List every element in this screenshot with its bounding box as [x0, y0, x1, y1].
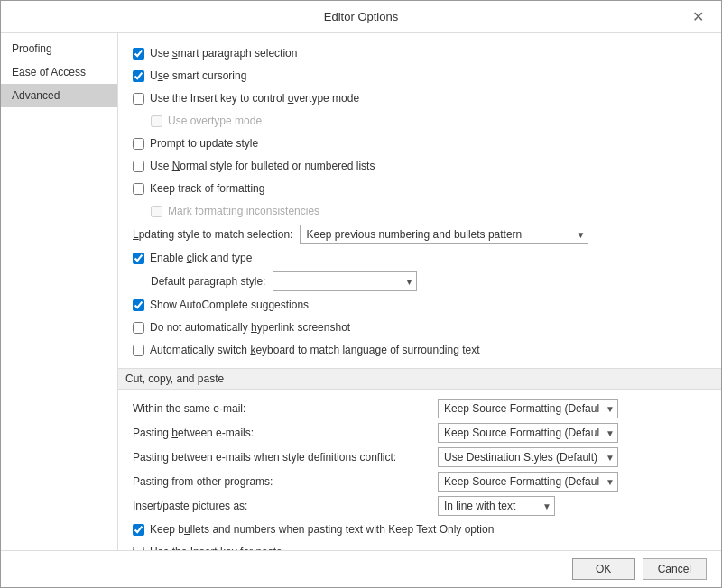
option-auto-keyboard: Automatically switch keyboard to match l…	[133, 341, 707, 359]
paste-same-email-row: Within the same e-mail: Keep Source Form…	[133, 399, 707, 418]
sidebar-item-advanced[interactable]: Advanced	[1, 84, 117, 107]
option-track-format: Keep track of formatting	[133, 179, 707, 198]
default-para-row: Default paragraph style: ▼	[133, 271, 707, 291]
checkbox-autocomplete[interactable]	[133, 299, 144, 311]
default-para-select-wrapper: ▼	[273, 271, 417, 291]
checkbox-no-hyperlink[interactable]	[133, 322, 144, 334]
dialog-title: Editor Options	[33, 10, 689, 23]
sidebar-item-proofing[interactable]: Proofing	[1, 37, 117, 60]
option-autocomplete: Show AutoComplete suggestions	[133, 296, 707, 314]
style-conflict-select[interactable]: Use Destination Styles (Default) Keep So…	[438, 447, 618, 467]
other-programs-select-wrapper: Keep Source Formatting (Default) Match D…	[438, 472, 618, 492]
pictures-label: Insert/paste pictures as:	[133, 500, 430, 512]
default-para-label: Default paragraph style:	[151, 275, 265, 288]
dialog-footer: OK Cancel	[1, 550, 721, 587]
between-emails-select-wrapper: Keep Source Formatting (Default) Match D…	[438, 423, 618, 443]
paste-pictures-row: Insert/paste pictures as: In line with t…	[133, 496, 707, 516]
option-normal-style: Use Normal style for bulleted or numbere…	[133, 157, 707, 175]
checkbox-auto-keyboard[interactable]	[133, 345, 144, 356]
option-enable-click: Enable click and type	[133, 249, 707, 267]
checkbox-prompt-style[interactable]	[133, 138, 144, 150]
cancel-button[interactable]: Cancel	[643, 558, 707, 580]
checkbox-smart-cursor[interactable]	[133, 70, 144, 82]
style-conflict-label: Pasting between e-mails when style defin…	[133, 451, 430, 464]
scrollable-content: Use smart paragraph selection Use smart …	[118, 33, 721, 550]
paste-other-programs-row: Pasting from other programs: Keep Source…	[133, 472, 707, 492]
option-mark-inconsist: Mark formatting inconsistencies	[133, 202, 707, 220]
option-overtype: Use overtype mode	[133, 112, 707, 130]
between-emails-select[interactable]: Keep Source Formatting (Default) Match D…	[438, 423, 618, 443]
other-programs-label: Pasting from other programs:	[133, 475, 430, 488]
checkbox-enable-click[interactable]	[133, 253, 144, 264]
title-bar: Editor Options ✕	[1, 1, 721, 33]
dialog-body: Proofing Ease of Access Advanced Use sma…	[1, 33, 721, 550]
paste-style-conflict-row: Pasting between e-mails when style defin…	[133, 447, 707, 467]
paste-between-emails-row: Pasting between e-mails: Keep Source For…	[133, 423, 707, 443]
close-button[interactable]: ✕	[689, 8, 707, 26]
same-email-select-wrapper: Keep Source Formatting (Default) Match D…	[438, 399, 618, 418]
option-insert-key: Use the Insert key to control overtype m…	[133, 89, 707, 107]
sidebar-item-ease-of-access[interactable]: Ease of Access	[1, 60, 117, 84]
checkbox-keep-bullets[interactable]	[133, 524, 144, 536]
same-email-select[interactable]: Keep Source Formatting (Default) Match D…	[438, 399, 618, 418]
pictures-select-wrapper: In line with text Square Tight Through T…	[438, 496, 555, 516]
option-smart-para: Use smart paragraph selection	[133, 44, 707, 62]
style-conflict-select-wrapper: Use Destination Styles (Default) Keep So…	[438, 447, 618, 467]
updating-style-row: Lpdating style to match selection: Keep …	[133, 225, 707, 244]
option-prompt-style: Prompt to update style	[133, 134, 707, 152]
checkbox-smart-para[interactable]	[133, 48, 144, 60]
updating-style-label: Lpdating style to match selection:	[133, 228, 292, 241]
editor-options-dialog: Editor Options ✕ Proofing Ease of Access…	[0, 0, 722, 588]
checkbox-track-format[interactable]	[133, 183, 144, 195]
option-smart-cursor: Use smart cursoring	[133, 67, 707, 85]
updating-style-select[interactable]: Keep previous numbering and bullets patt…	[300, 225, 588, 244]
updating-style-select-wrapper: Keep previous numbering and bullets patt…	[300, 225, 588, 244]
checkbox-mark-inconsist	[151, 206, 162, 217]
sidebar: Proofing Ease of Access Advanced	[1, 33, 118, 550]
ok-button[interactable]: OK	[572, 558, 635, 580]
option-keep-bullets: Keep bullets and numbers when pasting te…	[133, 520, 707, 538]
pictures-select[interactable]: In line with text Square Tight Through T…	[438, 496, 555, 516]
content-area: Use smart paragraph selection Use smart …	[118, 33, 721, 550]
checkbox-insert-key[interactable]	[133, 93, 144, 105]
option-insert-key-paste: Use the Insert key for paste	[133, 543, 707, 550]
same-email-label: Within the same e-mail:	[133, 402, 430, 415]
checkbox-normal-style[interactable]	[133, 161, 144, 172]
other-programs-select[interactable]: Keep Source Formatting (Default) Match D…	[438, 472, 618, 492]
between-emails-label: Pasting between e-mails:	[133, 427, 430, 439]
default-para-select[interactable]	[273, 271, 417, 291]
checkbox-overtype	[151, 115, 162, 127]
option-no-hyperlink: Do not automatically hyperlink screensho…	[133, 318, 707, 336]
cut-copy-paste-header: Cut, copy, and paste	[118, 368, 721, 390]
